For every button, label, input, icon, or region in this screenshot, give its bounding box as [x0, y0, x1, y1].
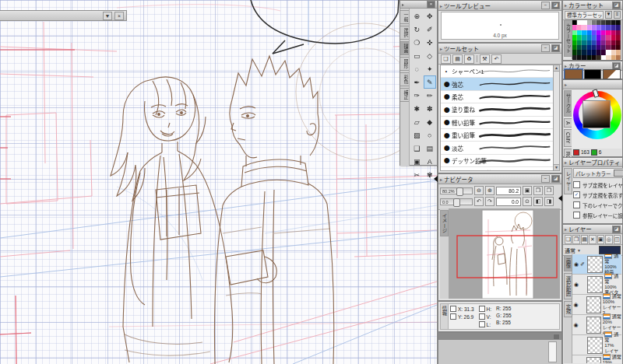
info-tab[interactable]: 情報 — [441, 304, 448, 318]
toolbox-tab-描画[interactable]: 描画 — [400, 41, 409, 55]
canvas-mini-titlebar[interactable]: ▼ × — [0, 10, 127, 21]
opacity-slider[interactable] — [599, 246, 621, 254]
pen-tool[interactable]: ✒ — [410, 75, 424, 89]
text-tool[interactable]: A — [424, 155, 437, 168]
checkbox[interactable] — [573, 181, 580, 188]
transparent-color-swatch[interactable] — [603, 69, 621, 79]
navigator-titlebar[interactable]: ▸ ナビゲータ − ◪ — [438, 174, 561, 184]
brush-item[interactable]: ●塗り重ね — [441, 103, 554, 116]
visibility-eye-icon[interactable]: ◉ — [572, 261, 580, 268]
object-select-tool[interactable]: ❍ — [410, 36, 424, 49]
saturation-value-box[interactable] — [583, 100, 611, 128]
brush-item[interactable]: ●淡芯 — [441, 142, 554, 154]
tool-set-titlebar[interactable]: ▸ ツールセット − ◪ — [438, 44, 561, 54]
toolbox-tab-選択[interactable]: 選択 — [400, 26, 409, 40]
eraser-tool[interactable]: ▱ — [410, 115, 424, 128]
layers-tab-定規[interactable]: 定規 — [564, 301, 572, 317]
brush-tool[interactable]: ✏ — [424, 89, 437, 102]
camera-icon[interactable]: ▣ — [597, 235, 604, 244]
brush-list-scrollbar[interactable]: ▲ ▼ — [553, 65, 560, 171]
layer-row[interactable]: ◉通常100%レイヤー 3 — [572, 295, 621, 315]
layer-row[interactable]: ◉通常19%レイヤー 5 — [572, 355, 621, 363]
toolbox-close-icon[interactable]: × — [427, 1, 435, 9]
dock-button[interactable]: ◪ — [612, 2, 621, 9]
new-tool-icon[interactable]: ❏ — [441, 54, 451, 64]
zoom-slider-thumb[interactable] — [456, 187, 463, 196]
color-wheel-titlebar[interactable]: ▸ — [563, 80, 622, 89]
delete-layer-icon[interactable]: ✕ — [589, 235, 596, 244]
flip-vertical-icon[interactable]: ◨ — [544, 197, 554, 206]
checkbox[interactable] — [573, 201, 580, 208]
minibar-collapse-button[interactable]: ▼ — [103, 12, 112, 20]
minibar-close-button[interactable]: × — [114, 12, 124, 20]
rect-select-tool[interactable]: ▭ — [410, 49, 424, 62]
color-set-dropdown[interactable]: 標準カラーセット — [565, 11, 604, 19]
visibility-eye-icon[interactable]: ◉ — [572, 362, 579, 364]
scroll-up-icon[interactable]: ▲ — [554, 65, 559, 72]
move-tool[interactable]: ✜ — [424, 36, 437, 49]
drawing-canvas[interactable]: ▼ × — [0, 0, 437, 364]
visibility-eye-icon[interactable]: ◉ — [572, 282, 580, 288]
layers-tab-選択範囲[interactable]: 選択範囲 — [564, 273, 572, 299]
fit-window-icon[interactable]: ❐ — [533, 186, 543, 195]
search-icon[interactable]: ◎ — [605, 235, 612, 244]
actual-size-icon[interactable]: ▣ — [523, 186, 532, 195]
rotation-value-field[interactable] — [496, 198, 521, 206]
brush-item[interactable]: ●デッサン鉛筆 — [441, 155, 554, 167]
magic-wand-tool[interactable]: ✦ — [424, 62, 437, 75]
layers-tab-画像[interactable]: 画像 — [564, 255, 572, 271]
layer-thumbnail[interactable] — [587, 276, 603, 293]
pencil-tool[interactable]: ✎ — [424, 75, 437, 89]
folder-icon[interactable]: ▤ — [452, 54, 463, 64]
collapsed-panel-icon[interactable] — [553, 334, 560, 340]
mask-icon[interactable]: ◫ — [614, 235, 621, 244]
visibility-eye-icon[interactable]: ◉ — [572, 302, 579, 308]
toolbox-tab-彩色[interactable]: 彩色 — [400, 72, 409, 86]
checkbox-checked[interactable]: ✓ — [573, 191, 580, 198]
brush-item[interactable]: ●柔芯 — [441, 91, 554, 103]
layer-thumbnail[interactable] — [586, 296, 601, 313]
zoom-out-icon[interactable]: ⊖ — [474, 186, 484, 195]
navigator-preview[interactable] — [449, 208, 560, 299]
secondary-color-swatch[interactable] — [584, 69, 602, 79]
toolbox-tab-一般[interactable]: 一般 — [400, 10, 409, 24]
dock-button[interactable]: ◪ — [612, 226, 621, 233]
polyline-select-tool[interactable]: ◇ — [424, 49, 437, 62]
stamp-tool[interactable]: ❑ — [410, 142, 424, 155]
fit-screen-icon[interactable]: ❒ — [544, 186, 554, 195]
new-layer-icon[interactable]: ❏ — [565, 235, 572, 244]
watercolor-tool[interactable]: ✽ — [424, 102, 437, 115]
figure-tool[interactable]: ○ — [424, 128, 437, 142]
rotation-slider[interactable]: 0.0 — [440, 198, 473, 205]
brush-item[interactable]: ·シャーペン1 — [441, 65, 554, 78]
scroll-down-icon[interactable]: ▼ — [554, 164, 559, 170]
layer-row[interactable]: ◉通常100%黒ベタ — [572, 275, 621, 295]
color-set-titlebar[interactable]: ▸ カラーセット ◪ — [563, 1, 622, 10]
minimize-button[interactable]: − — [541, 2, 550, 9]
dock-button[interactable]: ◪ — [551, 44, 560, 52]
zoom-in-icon[interactable]: ⊕ — [485, 186, 495, 195]
zoom-tool[interactable]: ⊕ — [410, 9, 424, 23]
layer-row[interactable]: 通常17%レイヤー — [572, 335, 621, 355]
layer-thumbnail[interactable] — [587, 337, 603, 354]
toolbox-tab-補正[interactable]: 補正 — [400, 88, 409, 102]
pattern-tool[interactable]: ▤ — [424, 142, 437, 155]
reset-rotation-icon[interactable]: ⊙ — [523, 197, 532, 206]
rotate-view-tool[interactable]: ↻ — [410, 23, 424, 36]
rotate-cw-icon[interactable]: ↷ — [485, 197, 495, 206]
zoom-value-field[interactable] — [496, 187, 521, 195]
toolbox-titlebar[interactable]: ▸ × — [400, 1, 437, 9]
rotation-slider-thumb[interactable] — [453, 198, 460, 207]
minimize-button[interactable]: − — [541, 175, 550, 183]
blend-dropdown-icon[interactable]: ▼ — [577, 248, 581, 253]
scissors-tool[interactable]: ✂ — [410, 168, 424, 181]
tool-preview-titlebar[interactable]: ▸ ツールプレビュー − ◪ — [438, 1, 561, 11]
brush-item[interactable]: ●強芯 — [441, 78, 554, 90]
brush-item[interactable]: ●軽い鉛筆 — [441, 117, 554, 129]
flip-horizontal-icon[interactable]: ◧ — [533, 197, 543, 206]
gradient-tool[interactable]: ▨ — [410, 128, 424, 142]
dock-button[interactable]: ◪ — [551, 2, 560, 9]
primary-color-swatch[interactable] — [565, 69, 583, 79]
color-swatch[interactable] — [616, 55, 621, 60]
layer-thumbnail[interactable] — [586, 357, 601, 364]
